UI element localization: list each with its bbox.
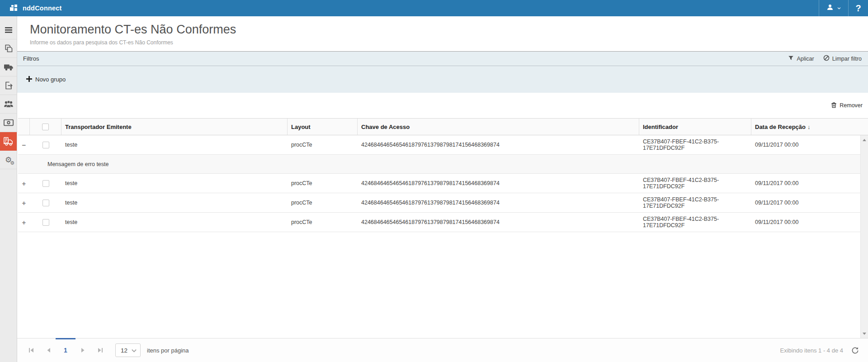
table-row: − teste procCTe 424684646546546187976137… bbox=[18, 135, 868, 155]
column-header-transportador[interactable]: Transportador Emitente bbox=[61, 119, 288, 135]
row-detail: Mensagem de erro teste bbox=[18, 155, 868, 174]
page-header: Monitoramento CT-es Não Conformes Inform… bbox=[17, 16, 868, 51]
row-checkbox[interactable] bbox=[42, 180, 49, 187]
cell-transportador: teste bbox=[61, 135, 288, 154]
column-header-chave[interactable]: Chave de Acesso bbox=[358, 119, 639, 135]
select-all-checkbox[interactable] bbox=[42, 124, 49, 130]
current-page-number: 1 bbox=[64, 347, 67, 354]
row-expand-toggle[interactable]: − bbox=[22, 142, 26, 148]
grid-header-row: Transportador Emitente Layout Chave de A… bbox=[18, 118, 868, 135]
remove-label: Remover bbox=[840, 102, 863, 109]
truck-icon bbox=[4, 62, 14, 71]
page-size-select[interactable]: 12 bbox=[115, 343, 141, 357]
grid-toolbar: Remover bbox=[17, 93, 868, 118]
plus-icon bbox=[26, 76, 32, 83]
sidebar-item-cte-monitoring[interactable] bbox=[0, 132, 17, 151]
scroll-up-arrow-icon[interactable] bbox=[861, 136, 868, 143]
cell-identificador: CE37B407-FBEF-41C2-B375-17E71DFDC92F bbox=[639, 213, 751, 232]
sidebar-item-documents[interactable] bbox=[0, 39, 17, 58]
file-export-icon bbox=[4, 81, 13, 90]
row-expander-cell: + bbox=[18, 174, 30, 193]
cell-layout: procCTe bbox=[288, 174, 358, 193]
clear-filter-button[interactable]: Limpar filtro bbox=[823, 55, 862, 62]
next-page-button[interactable] bbox=[74, 338, 91, 362]
app-window: nddConnect ? bbox=[0, 0, 868, 362]
previous-page-button[interactable] bbox=[40, 338, 57, 362]
cell-transportador: teste bbox=[61, 193, 288, 212]
hamburger-menu-icon bbox=[5, 26, 13, 33]
cell-data-recepcao: 09/11/2017 00:00 bbox=[751, 213, 868, 232]
clear-filter-label: Limpar filtro bbox=[832, 56, 862, 62]
sidebar-item-settings[interactable]: ⚙⚙ bbox=[0, 151, 17, 169]
vertical-scrollbar[interactable] bbox=[860, 135, 868, 338]
sort-desc-icon: ↓ bbox=[807, 124, 811, 130]
users-group-icon bbox=[4, 100, 14, 108]
row-detail-message: Mensagem de erro teste bbox=[47, 161, 109, 167]
header-select-all-cell bbox=[30, 119, 61, 135]
filters-panel: Novo grupo bbox=[17, 66, 868, 93]
row-checkbox[interactable] bbox=[42, 200, 49, 206]
cell-layout: procCTe bbox=[288, 213, 358, 232]
row-expander-cell: + bbox=[18, 213, 30, 232]
table-row: + teste procCTe 424684646546546187976137… bbox=[18, 193, 868, 213]
cell-identificador: CE37B407-FBEF-41C2-B375-17E71DFDC92F bbox=[639, 193, 751, 212]
refresh-icon[interactable] bbox=[851, 347, 859, 354]
cell-layout: procCTe bbox=[288, 135, 358, 154]
items-per-page-label: itens por página bbox=[147, 347, 189, 354]
column-header-data-label: Data de Recepção bbox=[755, 124, 806, 130]
column-header-identificador[interactable]: Identificador bbox=[639, 119, 751, 135]
chevron-down-icon bbox=[132, 346, 137, 354]
apply-filter-button[interactable]: Aplicar bbox=[788, 55, 814, 62]
banknote-icon bbox=[4, 119, 14, 126]
cell-identificador: CE37B407-FBEF-41C2-B375-17E71DFDC92F bbox=[639, 174, 751, 193]
cell-identificador: CE37B407-FBEF-41C2-B375-17E71DFDC92F bbox=[639, 135, 751, 154]
brand-logo-icon bbox=[10, 4, 19, 12]
row-checkbox-cell bbox=[30, 193, 61, 212]
cell-layout: procCTe bbox=[288, 193, 358, 212]
filters-title: Filtros bbox=[23, 55, 39, 62]
funnel-filter-icon bbox=[788, 55, 794, 62]
pager-controls: 1 12 itens por página bbox=[17, 338, 189, 362]
column-header-layout[interactable]: Layout bbox=[288, 119, 358, 135]
row-expander-cell: − bbox=[18, 135, 30, 154]
cell-data-recepcao: 09/11/2017 00:00 bbox=[751, 174, 868, 193]
cell-data-recepcao: 09/11/2017 00:00 bbox=[751, 135, 868, 154]
sidebar-item-users[interactable] bbox=[0, 95, 17, 114]
table-row: + teste procCTe 424684646546546187976137… bbox=[18, 213, 868, 232]
grid-body: − teste procCTe 424684646546546187976137… bbox=[18, 135, 868, 232]
cell-chave-de-acesso: 4246846465465461879761379879817415646836… bbox=[358, 135, 639, 154]
page-number-button[interactable]: 1 bbox=[57, 338, 74, 362]
last-page-button[interactable] bbox=[91, 338, 108, 362]
data-grid: Transportador Emitente Layout Chave de A… bbox=[18, 118, 868, 232]
user-icon bbox=[826, 3, 834, 13]
topbar-actions: ? bbox=[819, 0, 868, 16]
remove-button[interactable]: Remover bbox=[831, 102, 863, 110]
sidebar-item-menu[interactable] bbox=[0, 21, 17, 39]
column-header-data-recepcao[interactable]: Data de Recepção ↓ bbox=[751, 119, 868, 135]
cell-transportador: teste bbox=[61, 213, 288, 232]
user-menu-button[interactable] bbox=[819, 0, 848, 16]
row-checkbox[interactable] bbox=[42, 219, 49, 226]
header-expander-cell bbox=[18, 119, 30, 135]
sidebar-item-export[interactable] bbox=[0, 76, 17, 95]
row-expand-toggle[interactable]: + bbox=[22, 180, 26, 187]
table-row: + teste procCTe 424684646546546187976137… bbox=[18, 174, 868, 193]
cell-chave-de-acesso: 4246846465465461879761379879817415646836… bbox=[358, 213, 639, 232]
row-expand-toggle[interactable]: + bbox=[22, 200, 26, 206]
page-subtitle: Informe os dados para pesquisa dos CT-es… bbox=[30, 39, 868, 46]
first-page-button[interactable] bbox=[23, 338, 40, 362]
page-title: Monitoramento CT-es Não Conformes bbox=[30, 22, 868, 37]
row-checkbox[interactable] bbox=[42, 142, 49, 148]
brand: nddConnect bbox=[0, 4, 62, 12]
sidebar-item-billing[interactable] bbox=[0, 114, 17, 132]
row-expand-toggle[interactable]: + bbox=[22, 219, 26, 226]
new-group-button[interactable]: Novo grupo bbox=[26, 76, 66, 83]
pager-status-area: Exibindo itens 1 - 4 de 4 bbox=[780, 347, 868, 354]
filters-actions: Aplicar Limpar filtro bbox=[788, 55, 862, 62]
scroll-down-arrow-icon[interactable] bbox=[861, 330, 868, 337]
pager-status: Exibindo itens 1 - 4 de 4 bbox=[780, 347, 843, 354]
sidebar-item-truck[interactable] bbox=[0, 58, 17, 76]
help-button[interactable]: ? bbox=[848, 0, 868, 16]
apply-filter-label: Aplicar bbox=[797, 56, 814, 62]
ban-icon bbox=[823, 55, 830, 62]
